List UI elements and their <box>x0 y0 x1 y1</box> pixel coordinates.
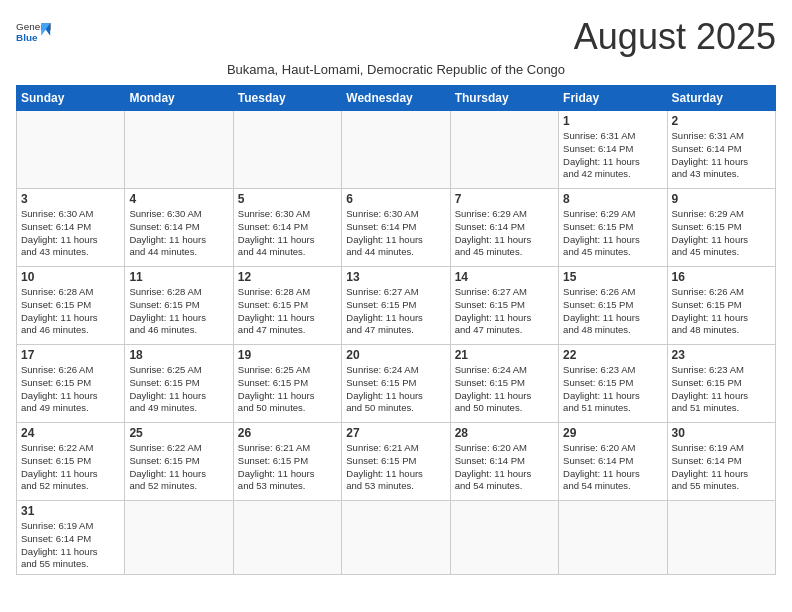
calendar-cell: 19Sunrise: 6:25 AM Sunset: 6:15 PM Dayli… <box>233 345 341 423</box>
calendar-cell: 1Sunrise: 6:31 AM Sunset: 6:14 PM Daylig… <box>559 111 667 189</box>
day-info: Sunrise: 6:29 AM Sunset: 6:15 PM Dayligh… <box>563 208 662 259</box>
calendar-cell: 21Sunrise: 6:24 AM Sunset: 6:15 PM Dayli… <box>450 345 558 423</box>
logo: General Blue <box>16 16 52 52</box>
calendar-cell: 4Sunrise: 6:30 AM Sunset: 6:14 PM Daylig… <box>125 189 233 267</box>
day-number: 29 <box>563 426 662 440</box>
day-info: Sunrise: 6:31 AM Sunset: 6:14 PM Dayligh… <box>563 130 662 181</box>
calendar-cell: 10Sunrise: 6:28 AM Sunset: 6:15 PM Dayli… <box>17 267 125 345</box>
day-number: 25 <box>129 426 228 440</box>
day-number: 19 <box>238 348 337 362</box>
calendar-cell: 17Sunrise: 6:26 AM Sunset: 6:15 PM Dayli… <box>17 345 125 423</box>
day-info: Sunrise: 6:24 AM Sunset: 6:15 PM Dayligh… <box>455 364 554 415</box>
calendar-cell <box>233 111 341 189</box>
day-info: Sunrise: 6:23 AM Sunset: 6:15 PM Dayligh… <box>563 364 662 415</box>
day-number: 30 <box>672 426 771 440</box>
day-number: 26 <box>238 426 337 440</box>
calendar-subtitle: Bukama, Haut-Lomami, Democratic Republic… <box>16 62 776 77</box>
weekday-header-monday: Monday <box>125 86 233 111</box>
day-info: Sunrise: 6:24 AM Sunset: 6:15 PM Dayligh… <box>346 364 445 415</box>
calendar-cell: 7Sunrise: 6:29 AM Sunset: 6:14 PM Daylig… <box>450 189 558 267</box>
calendar-week-row: 24Sunrise: 6:22 AM Sunset: 6:15 PM Dayli… <box>17 423 776 501</box>
calendar-cell: 29Sunrise: 6:20 AM Sunset: 6:14 PM Dayli… <box>559 423 667 501</box>
weekday-header-friday: Friday <box>559 86 667 111</box>
calendar-week-row: 17Sunrise: 6:26 AM Sunset: 6:15 PM Dayli… <box>17 345 776 423</box>
day-info: Sunrise: 6:25 AM Sunset: 6:15 PM Dayligh… <box>238 364 337 415</box>
day-info: Sunrise: 6:21 AM Sunset: 6:15 PM Dayligh… <box>346 442 445 493</box>
day-info: Sunrise: 6:28 AM Sunset: 6:15 PM Dayligh… <box>238 286 337 337</box>
day-number: 7 <box>455 192 554 206</box>
general-blue-logo-icon: General Blue <box>16 16 52 52</box>
calendar-cell <box>559 501 667 575</box>
calendar-week-row: 3Sunrise: 6:30 AM Sunset: 6:14 PM Daylig… <box>17 189 776 267</box>
day-info: Sunrise: 6:20 AM Sunset: 6:14 PM Dayligh… <box>455 442 554 493</box>
day-info: Sunrise: 6:19 AM Sunset: 6:14 PM Dayligh… <box>672 442 771 493</box>
calendar-cell: 28Sunrise: 6:20 AM Sunset: 6:14 PM Dayli… <box>450 423 558 501</box>
weekday-header-row: SundayMondayTuesdayWednesdayThursdayFrid… <box>17 86 776 111</box>
day-info: Sunrise: 6:28 AM Sunset: 6:15 PM Dayligh… <box>21 286 120 337</box>
calendar-cell <box>233 501 341 575</box>
day-number: 6 <box>346 192 445 206</box>
calendar-cell: 23Sunrise: 6:23 AM Sunset: 6:15 PM Dayli… <box>667 345 775 423</box>
day-info: Sunrise: 6:22 AM Sunset: 6:15 PM Dayligh… <box>21 442 120 493</box>
day-info: Sunrise: 6:29 AM Sunset: 6:14 PM Dayligh… <box>455 208 554 259</box>
calendar-week-row: 10Sunrise: 6:28 AM Sunset: 6:15 PM Dayli… <box>17 267 776 345</box>
day-info: Sunrise: 6:23 AM Sunset: 6:15 PM Dayligh… <box>672 364 771 415</box>
day-number: 21 <box>455 348 554 362</box>
calendar-cell: 9Sunrise: 6:29 AM Sunset: 6:15 PM Daylig… <box>667 189 775 267</box>
calendar-cell: 14Sunrise: 6:27 AM Sunset: 6:15 PM Dayli… <box>450 267 558 345</box>
day-number: 28 <box>455 426 554 440</box>
day-info: Sunrise: 6:26 AM Sunset: 6:15 PM Dayligh… <box>672 286 771 337</box>
day-number: 22 <box>563 348 662 362</box>
day-info: Sunrise: 6:26 AM Sunset: 6:15 PM Dayligh… <box>563 286 662 337</box>
day-number: 5 <box>238 192 337 206</box>
calendar-cell: 27Sunrise: 6:21 AM Sunset: 6:15 PM Dayli… <box>342 423 450 501</box>
day-number: 1 <box>563 114 662 128</box>
calendar-cell: 25Sunrise: 6:22 AM Sunset: 6:15 PM Dayli… <box>125 423 233 501</box>
calendar-cell <box>450 501 558 575</box>
calendar-cell <box>450 111 558 189</box>
day-number: 27 <box>346 426 445 440</box>
weekday-header-saturday: Saturday <box>667 86 775 111</box>
page-header: General Blue August 2025 <box>16 16 776 58</box>
day-number: 3 <box>21 192 120 206</box>
day-number: 2 <box>672 114 771 128</box>
day-number: 17 <box>21 348 120 362</box>
day-number: 9 <box>672 192 771 206</box>
day-number: 16 <box>672 270 771 284</box>
calendar-cell: 30Sunrise: 6:19 AM Sunset: 6:14 PM Dayli… <box>667 423 775 501</box>
calendar-cell <box>125 111 233 189</box>
day-info: Sunrise: 6:26 AM Sunset: 6:15 PM Dayligh… <box>21 364 120 415</box>
day-info: Sunrise: 6:31 AM Sunset: 6:14 PM Dayligh… <box>672 130 771 181</box>
day-number: 13 <box>346 270 445 284</box>
day-number: 18 <box>129 348 228 362</box>
day-number: 14 <box>455 270 554 284</box>
calendar-cell: 11Sunrise: 6:28 AM Sunset: 6:15 PM Dayli… <box>125 267 233 345</box>
weekday-header-thursday: Thursday <box>450 86 558 111</box>
calendar-cell: 13Sunrise: 6:27 AM Sunset: 6:15 PM Dayli… <box>342 267 450 345</box>
month-title: August 2025 <box>574 16 776 58</box>
calendar-cell: 18Sunrise: 6:25 AM Sunset: 6:15 PM Dayli… <box>125 345 233 423</box>
day-info: Sunrise: 6:27 AM Sunset: 6:15 PM Dayligh… <box>346 286 445 337</box>
calendar-cell: 31Sunrise: 6:19 AM Sunset: 6:14 PM Dayli… <box>17 501 125 575</box>
calendar-week-row: 1Sunrise: 6:31 AM Sunset: 6:14 PM Daylig… <box>17 111 776 189</box>
calendar-cell: 3Sunrise: 6:30 AM Sunset: 6:14 PM Daylig… <box>17 189 125 267</box>
day-info: Sunrise: 6:20 AM Sunset: 6:14 PM Dayligh… <box>563 442 662 493</box>
weekday-header-sunday: Sunday <box>17 86 125 111</box>
calendar-cell <box>17 111 125 189</box>
day-info: Sunrise: 6:22 AM Sunset: 6:15 PM Dayligh… <box>129 442 228 493</box>
svg-text:Blue: Blue <box>16 32 38 43</box>
day-info: Sunrise: 6:30 AM Sunset: 6:14 PM Dayligh… <box>21 208 120 259</box>
day-number: 20 <box>346 348 445 362</box>
weekday-header-tuesday: Tuesday <box>233 86 341 111</box>
day-info: Sunrise: 6:29 AM Sunset: 6:15 PM Dayligh… <box>672 208 771 259</box>
day-info: Sunrise: 6:28 AM Sunset: 6:15 PM Dayligh… <box>129 286 228 337</box>
day-number: 10 <box>21 270 120 284</box>
day-info: Sunrise: 6:30 AM Sunset: 6:14 PM Dayligh… <box>346 208 445 259</box>
day-info: Sunrise: 6:27 AM Sunset: 6:15 PM Dayligh… <box>455 286 554 337</box>
day-info: Sunrise: 6:19 AM Sunset: 6:14 PM Dayligh… <box>21 520 120 571</box>
day-number: 15 <box>563 270 662 284</box>
weekday-header-wednesday: Wednesday <box>342 86 450 111</box>
calendar-cell: 6Sunrise: 6:30 AM Sunset: 6:14 PM Daylig… <box>342 189 450 267</box>
day-number: 24 <box>21 426 120 440</box>
day-info: Sunrise: 6:30 AM Sunset: 6:14 PM Dayligh… <box>129 208 228 259</box>
